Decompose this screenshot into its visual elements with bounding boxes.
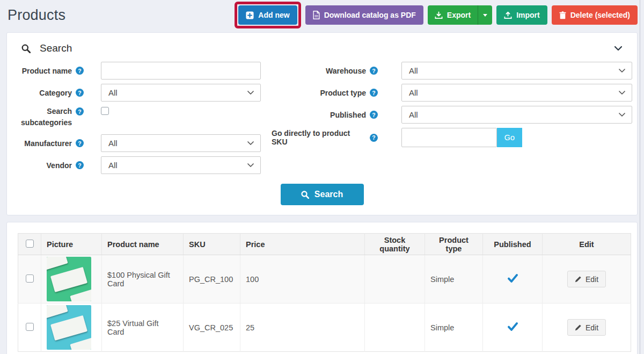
vendor-select-value: All (108, 161, 118, 170)
help-icon[interactable] (76, 67, 84, 75)
download-pdf-label: Download catalog as PDF (324, 11, 416, 19)
chevron-down-icon (619, 113, 625, 117)
caret-down-icon (483, 14, 487, 17)
trash-icon (559, 11, 566, 19)
field-row-go-to-sku: Go directly to product SKU Go (272, 128, 637, 147)
edit-button-label: Edit (586, 275, 598, 284)
file-pdf-icon (313, 11, 320, 19)
edit-button[interactable]: Edit (567, 319, 606, 336)
edit-button-label: Edit (586, 323, 598, 332)
upload-icon (504, 11, 512, 19)
help-icon[interactable] (370, 111, 378, 119)
row-checkbox[interactable] (26, 274, 34, 283)
product-name-label-group: Product name (7, 67, 84, 75)
magnifier-icon (21, 44, 31, 53)
field-row-warehouse: Warehouse All (272, 62, 637, 80)
field-row-published: Published All (272, 106, 637, 124)
table-row: $100 Physical Gift Card PG_CR_100 100 Si… (18, 255, 631, 304)
price-cell: 100 (240, 255, 365, 304)
product-type-select[interactable]: All (401, 84, 632, 102)
products-table-panel: Picture Product name SKU Price Stock qua… (6, 222, 638, 354)
import-label: Import (516, 11, 540, 19)
add-new-button[interactable]: Add new (238, 5, 297, 25)
column-header-product-name: Product name (102, 234, 184, 255)
stock-quantity-cell (365, 255, 425, 304)
field-row-search-subcategories: Search subcategories (7, 106, 272, 130)
export-button[interactable]: Export (428, 5, 478, 25)
published-label-group: Published (272, 111, 378, 119)
column-header-edit: Edit (543, 234, 631, 255)
field-row-product-name: Product name (7, 62, 272, 80)
search-form: Product name Category All (7, 62, 637, 178)
price-cell: 25 (240, 304, 365, 352)
chevron-down-icon (614, 46, 622, 51)
import-button[interactable]: Import (496, 5, 547, 25)
category-select[interactable]: All (101, 84, 261, 102)
top-bar: Products Add new Download catalog as PDF… (0, 0, 644, 29)
category-label: Category (39, 89, 72, 97)
search-form-left-column: Product name Category All (7, 62, 272, 178)
help-icon[interactable] (76, 89, 84, 97)
plus-square-icon (246, 11, 254, 19)
download-icon (435, 11, 443, 19)
published-cell (483, 304, 543, 352)
go-to-sku-input[interactable] (401, 128, 497, 147)
published-select[interactable]: All (401, 106, 632, 124)
help-icon[interactable] (370, 89, 378, 97)
product-name-cell: $100 Physical Gift Card (102, 255, 184, 304)
help-icon[interactable] (370, 134, 378, 142)
page-title: Products (8, 7, 65, 24)
toolbar: Add new Download catalog as PDF Export I… (235, 2, 638, 28)
chevron-down-icon (619, 91, 625, 95)
manufacturer-control: All (101, 134, 261, 152)
help-icon[interactable] (76, 107, 84, 115)
chevron-down-icon (247, 163, 254, 167)
search-panel-header: Search (7, 33, 637, 62)
vendor-control: All (101, 156, 261, 174)
search-subcategories-checkbox[interactable] (101, 107, 109, 115)
product-type-select-value: All (409, 88, 418, 97)
go-button[interactable]: Go (497, 128, 522, 147)
search-button[interactable]: Search (281, 184, 364, 205)
go-to-sku-group: Go (401, 128, 632, 147)
search-subcategories-control (101, 106, 261, 117)
warehouse-select[interactable]: All (401, 62, 632, 80)
row-checkbox[interactable] (26, 323, 34, 331)
published-cell (483, 255, 543, 304)
edit-button[interactable]: Edit (567, 271, 606, 287)
product-type-label: Product type (320, 89, 366, 97)
category-control: All (101, 84, 261, 102)
delete-selected-label: Delete (selected) (570, 11, 630, 19)
category-label-group: Category (7, 89, 84, 97)
warehouse-select-value: All (409, 66, 418, 75)
download-pdf-button[interactable]: Download catalog as PDF (305, 5, 423, 25)
manufacturer-label-group: Manufacturer (7, 139, 84, 148)
column-header-product-type: Product type (425, 234, 483, 255)
vendor-select[interactable]: All (101, 156, 261, 174)
select-all-checkbox[interactable] (26, 240, 34, 248)
help-icon[interactable] (76, 161, 84, 169)
category-select-value: All (108, 88, 118, 97)
help-icon[interactable] (76, 139, 84, 147)
warehouse-label: Warehouse (326, 67, 366, 75)
select-all-header-cell (18, 234, 41, 255)
table-header-row: Picture Product name SKU Price Stock qua… (18, 234, 631, 255)
collapse-panel-button[interactable] (612, 44, 624, 53)
published-select-value: All (409, 110, 418, 119)
vendor-label-group: Vendor (7, 161, 84, 170)
delete-selected-button[interactable]: Delete (selected) (552, 5, 638, 25)
product-name-input[interactable] (101, 62, 261, 80)
manufacturer-select[interactable]: All (101, 134, 261, 152)
go-to-sku-label-group: Go directly to product SKU (272, 129, 378, 146)
help-icon[interactable] (370, 67, 378, 75)
export-label: Export (447, 11, 471, 19)
export-dropdown-toggle[interactable] (478, 5, 492, 25)
row-select-cell (18, 255, 41, 304)
row-select-cell (18, 304, 41, 352)
published-label: Published (330, 111, 366, 119)
search-subcategories-label: Search subcategories (21, 107, 72, 127)
picture-cell (41, 304, 102, 352)
check-icon (508, 322, 518, 331)
vendor-label: Vendor (47, 161, 72, 170)
pencil-icon (575, 324, 582, 331)
